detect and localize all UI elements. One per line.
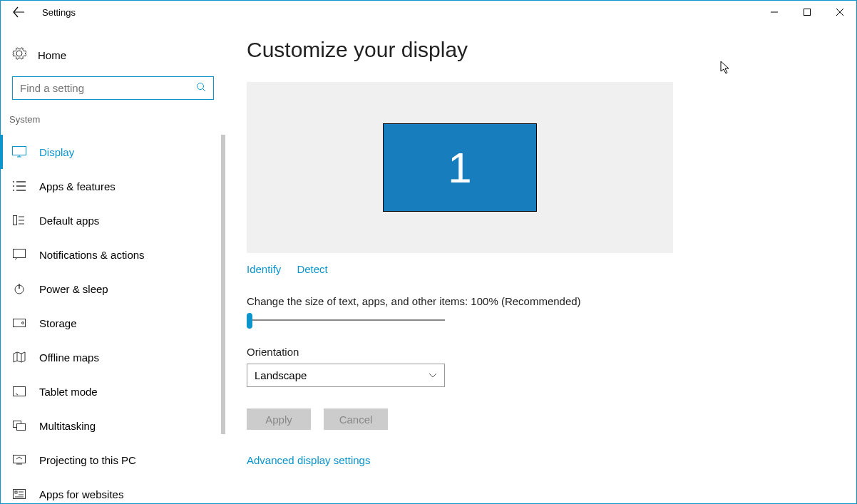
projecting-icon [12,453,26,467]
display-icon [12,145,26,159]
apps-websites-icon [12,487,26,501]
sidebar-item-label: Storage [39,317,77,329]
slider-thumb[interactable] [247,313,252,329]
advanced-display-link[interactable]: Advanced display settings [247,454,370,466]
monitor-number: 1 [448,143,471,192]
maximize-icon [804,9,811,16]
chevron-down-icon [428,373,437,379]
map-icon [12,350,26,364]
search-input[interactable] [20,82,196,94]
category-label: System [1,114,225,135]
orientation-select[interactable]: Landscape [247,364,445,387]
home-label: Home [38,49,66,61]
power-icon [12,282,26,296]
sidebar-item-tablet-mode[interactable]: Tablet mode [1,374,225,408]
sidebar-item-label: Tablet mode [39,386,98,398]
search-box[interactable] [12,76,214,100]
display-links: Identify Detect [247,263,856,275]
minimize-button[interactable] [758,1,791,24]
minimize-icon [771,9,778,16]
window-title: Settings [42,7,76,18]
storage-icon [12,316,26,330]
action-buttons: Apply Cancel [247,408,856,430]
sidebar-item-offline-maps[interactable]: Offline maps [1,340,225,374]
monitor-1[interactable]: 1 [383,123,537,212]
svg-point-7 [22,322,24,324]
svg-rect-13 [15,491,17,493]
close-icon [836,9,843,16]
page-heading: Customize your display [247,38,856,62]
sidebar-item-projecting[interactable]: Projecting to this PC [1,443,225,477]
cursor-icon [720,61,730,75]
sidebar-item-notifications[interactable]: Notifications & actions [1,237,225,272]
identify-link[interactable]: Identify [247,263,281,275]
svg-rect-8 [14,387,26,396]
sidebar-item-label: Apps for websites [39,488,123,500]
sidebar-item-multitasking[interactable]: Multitasking [1,408,225,443]
detect-link[interactable]: Detect [297,263,327,275]
sidebar-item-label: Offline maps [39,351,99,364]
home-button[interactable]: Home [1,41,225,76]
titlebar: Settings [1,1,856,24]
sidebar-item-label: Default apps [39,215,99,227]
sidebar-item-label: Notifications & actions [39,249,145,261]
sidebar-item-apps-websites[interactable]: Apps for websites [1,477,225,504]
sidebar-item-label: Projecting to this PC [39,454,136,466]
maximize-button[interactable] [791,1,823,24]
orientation-value: Landscape [255,369,307,381]
monitor-preview-area[interactable]: 1 [247,82,673,253]
svg-rect-12 [14,490,26,499]
sidebar: Home System Display Apps & features Defa… [1,24,225,503]
sidebar-item-power-sleep[interactable]: Power & sleep [1,272,225,306]
tablet-icon [12,384,26,398]
svg-rect-3 [14,216,17,225]
orientation-label: Orientation [247,346,856,358]
sidebar-item-label: Display [39,146,74,158]
sidebar-item-label: Apps & features [39,180,116,192]
list-icon [12,179,26,193]
svg-point-1 [197,83,204,90]
window-controls [758,1,856,24]
sidebar-item-apps-features[interactable]: Apps & features [1,169,225,203]
svg-rect-2 [13,147,26,155]
close-button[interactable] [823,1,856,24]
sidebar-item-label: Multitasking [39,420,96,432]
back-arrow-icon [12,6,25,19]
scale-slider[interactable] [247,313,445,327]
gear-icon [12,46,26,63]
default-apps-icon [12,213,26,227]
sidebar-item-storage[interactable]: Storage [1,306,225,340]
cancel-button[interactable]: Cancel [324,408,388,430]
scale-label: Change the size of text, apps, and other… [247,295,856,307]
main-content: Customize your display 1 Identify Detect… [225,24,856,503]
nav-list: Display Apps & features Default apps Not… [1,135,225,504]
sidebar-item-display[interactable]: Display [1,135,225,169]
svg-rect-4 [14,250,26,258]
search-icon [196,82,206,94]
svg-rect-0 [804,9,811,16]
apply-button[interactable]: Apply [247,408,311,430]
multitasking-icon [12,418,26,433]
back-button[interactable] [8,1,29,23]
sidebar-item-default-apps[interactable]: Default apps [1,203,225,237]
sidebar-item-label: Power & sleep [39,283,108,295]
notifications-icon [12,247,26,262]
slider-track [247,319,445,321]
svg-rect-6 [14,319,26,327]
svg-rect-11 [14,456,26,463]
svg-rect-10 [17,424,26,431]
